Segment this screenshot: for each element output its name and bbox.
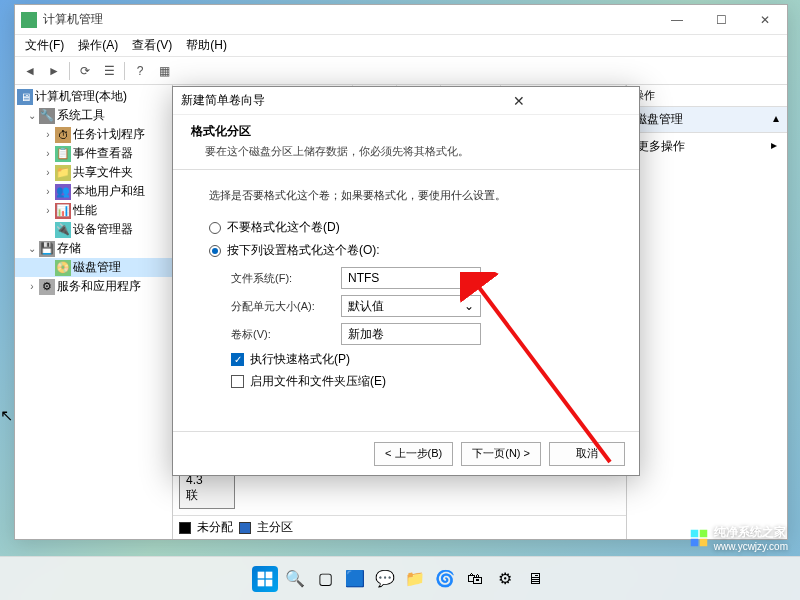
start-button[interactable] [252, 566, 278, 592]
back-button[interactable]: < 上一步(B) [374, 442, 453, 466]
list-button[interactable]: ▦ [153, 60, 175, 82]
taskview-button[interactable]: ▢ [312, 566, 338, 592]
device-icon: 🔌 [55, 222, 71, 238]
actions-header: 操作 [627, 85, 787, 107]
refresh-button[interactable]: ⟳ [74, 60, 96, 82]
menu-help[interactable]: 帮助(H) [180, 35, 233, 56]
radio-icon [209, 245, 221, 257]
wrench-icon: 🔧 [39, 108, 55, 124]
filesystem-select[interactable]: NTFS⌄ [341, 267, 481, 289]
cursor-icon: ↖ [0, 406, 13, 425]
collapse-icon: ▴ [773, 111, 779, 128]
titlebar[interactable]: 计算机管理 — ☐ ✕ [15, 5, 787, 35]
maximize-button[interactable]: ☐ [699, 5, 743, 35]
legend-unallocated-icon [179, 522, 191, 534]
actions-section[interactable]: 磁盘管理▴ [627, 107, 787, 133]
checkbox-icon: ✓ [231, 353, 244, 366]
chevron-right-icon: ▸ [771, 138, 777, 155]
svg-rect-8 [266, 579, 273, 586]
menu-view[interactable]: 查看(V) [126, 35, 178, 56]
checkbox-compression[interactable]: 启用文件和文件夹压缩(E) [231, 373, 603, 390]
wizard-footer: < 上一步(B) 下一页(N) > 取消 [173, 431, 639, 475]
app-button[interactable]: 🖥 [522, 566, 548, 592]
svg-rect-6 [266, 571, 273, 578]
menu-action[interactable]: 操作(A) [72, 35, 124, 56]
tree-task-scheduler[interactable]: ›⏱任务计划程序 [15, 125, 172, 144]
tree-services[interactable]: ›⚙服务和应用程序 [15, 277, 172, 296]
edge-button[interactable]: 🌀 [432, 566, 458, 592]
legend-unallocated-label: 未分配 [197, 519, 233, 536]
wizard-titlebar[interactable]: 新建简单卷向导 ✕ [173, 87, 639, 115]
tree-system-tools[interactable]: ⌄🔧系统工具 [15, 106, 172, 125]
label-allocation: 分配单元大小(A): [231, 299, 341, 314]
label-filesystem: 文件系统(F): [231, 271, 341, 286]
checkbox-quick-format[interactable]: ✓ 执行快速格式化(P) [231, 351, 603, 368]
disk-icon: 📀 [55, 260, 71, 276]
menu-file[interactable]: 文件(F) [19, 35, 70, 56]
event-icon: 📋 [55, 146, 71, 162]
svg-rect-7 [258, 579, 265, 586]
svg-rect-5 [258, 571, 265, 578]
windows-icon [257, 571, 273, 587]
chat-button[interactable]: 💬 [372, 566, 398, 592]
wizard-heading: 格式化分区 [191, 123, 621, 140]
clock-icon: ⏱ [55, 127, 71, 143]
radio-no-format[interactable]: 不要格式化这个卷(D) [209, 219, 603, 236]
tree-device-manager[interactable]: 🔌设备管理器 [15, 220, 172, 239]
actions-panel: 操作 磁盘管理▴ 更多操作▸ [627, 85, 787, 539]
svg-rect-2 [699, 530, 707, 538]
chevron-down-icon: ⌄ [464, 299, 474, 313]
actions-more[interactable]: 更多操作▸ [627, 133, 787, 160]
radio-format[interactable]: 按下列设置格式化这个卷(O): [209, 242, 603, 259]
minimize-button[interactable]: — [655, 5, 699, 35]
taskbar[interactable]: 🔍 ▢ 🟦 💬 📁 🌀 🛍 ⚙ 🖥 [0, 556, 800, 600]
cancel-button[interactable]: 取消 [549, 442, 625, 466]
tree-event-viewer[interactable]: ›📋事件查看器 [15, 144, 172, 163]
perf-icon: 📊 [55, 203, 71, 219]
computer-icon: 🖥 [17, 89, 33, 105]
wizard-instruction: 选择是否要格式化这个卷；如果要格式化，要使用什么设置。 [209, 188, 603, 203]
wizard-close-button[interactable]: ✕ [406, 93, 631, 109]
explorer-button[interactable]: 📁 [402, 566, 428, 592]
volume-label-input[interactable]: 新加卷 [341, 323, 481, 345]
window-title: 计算机管理 [43, 11, 655, 28]
store-button[interactable]: 🛍 [462, 566, 488, 592]
navigation-tree[interactable]: 🖥计算机管理(本地) ⌄🔧系统工具 ›⏱任务计划程序 ›📋事件查看器 ›📁共享文… [15, 85, 173, 539]
folder-icon: 📁 [55, 165, 71, 181]
windows-logo-icon [690, 529, 708, 547]
tree-shared-folders[interactable]: ›📁共享文件夹 [15, 163, 172, 182]
wizard-title-text: 新建简单卷向导 [181, 92, 406, 109]
legend: 未分配 主分区 [173, 515, 626, 539]
gear-icon: ⚙ [39, 279, 55, 295]
search-button[interactable]: 🔍 [282, 566, 308, 592]
settings-button[interactable]: ⚙ [492, 566, 518, 592]
svg-rect-3 [690, 539, 698, 547]
svg-rect-1 [690, 530, 698, 538]
back-button[interactable]: ◄ [19, 60, 41, 82]
help-button[interactable]: ? [129, 60, 151, 82]
user-icon: 👥 [55, 184, 71, 200]
widgets-button[interactable]: 🟦 [342, 566, 368, 592]
svg-rect-4 [699, 539, 707, 547]
allocation-select[interactable]: 默认值⌄ [341, 295, 481, 317]
wizard-header: 格式化分区 要在这个磁盘分区上储存数据，你必须先将其格式化。 [173, 115, 639, 170]
app-icon [21, 12, 37, 28]
properties-button[interactable]: ☰ [98, 60, 120, 82]
menubar: 文件(F) 操作(A) 查看(V) 帮助(H) [15, 35, 787, 57]
tree-storage[interactable]: ⌄💾存储 [15, 239, 172, 258]
tree-root[interactable]: 🖥计算机管理(本地) [15, 87, 172, 106]
storage-icon: 💾 [39, 241, 55, 257]
chevron-down-icon: ⌄ [464, 271, 474, 285]
checkbox-icon [231, 375, 244, 388]
tree-local-users[interactable]: ›👥本地用户和组 [15, 182, 172, 201]
tree-disk-management[interactable]: 📀磁盘管理 [15, 258, 172, 277]
new-volume-wizard: 新建简单卷向导 ✕ 格式化分区 要在这个磁盘分区上储存数据，你必须先将其格式化。… [172, 86, 640, 476]
close-button[interactable]: ✕ [743, 5, 787, 35]
legend-primary-icon [239, 522, 251, 534]
legend-primary-label: 主分区 [257, 519, 293, 536]
forward-button[interactable]: ► [43, 60, 65, 82]
tree-performance[interactable]: ›📊性能 [15, 201, 172, 220]
next-button[interactable]: 下一页(N) > [461, 442, 541, 466]
wizard-subheading: 要在这个磁盘分区上储存数据，你必须先将其格式化。 [191, 144, 621, 159]
label-volume: 卷标(V): [231, 327, 341, 342]
